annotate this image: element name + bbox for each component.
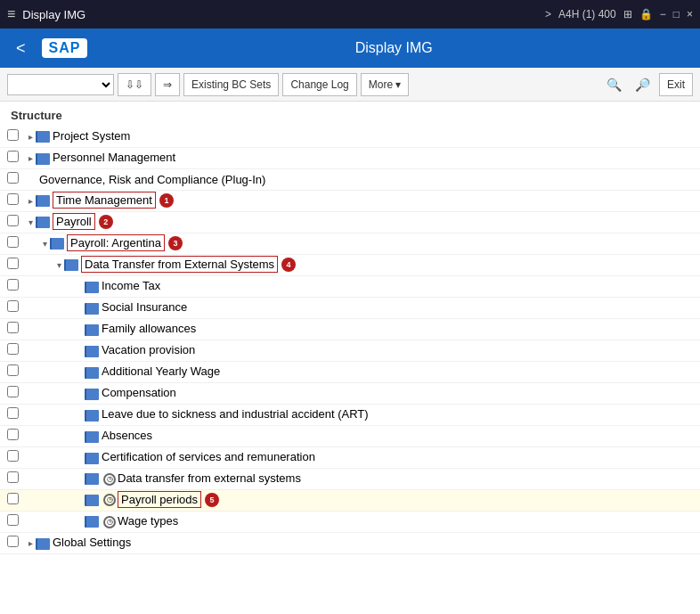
- row-label: Certification of services and remunerati…: [102, 450, 315, 463]
- row-label: Project System: [53, 129, 130, 143]
- toolbar-arrow-btn[interactable]: ⇒: [155, 73, 180, 96]
- title-bar-minimize[interactable]: −: [660, 8, 666, 20]
- book-icon: [36, 217, 50, 228]
- row-checkbox[interactable]: [7, 429, 19, 440]
- tree-row[interactable]: Vacation provision: [0, 340, 700, 361]
- tree-row[interactable]: ◷Wage types: [0, 511, 700, 532]
- row-checkbox[interactable]: [7, 364, 19, 376]
- collapse-icon[interactable]: ▾: [43, 239, 47, 249]
- collapse-icon[interactable]: ▾: [57, 260, 61, 270]
- menu-icon[interactable]: ≡: [7, 6, 15, 22]
- tree-row[interactable]: ◷Payroll periods5: [0, 489, 700, 511]
- tree-row[interactable]: ▸Time Management1: [0, 190, 700, 211]
- row-text-cell: Certification of services and remunerati…: [25, 446, 700, 468]
- badge-4: 4: [281, 258, 296, 272]
- tree-row[interactable]: ▸Personnel Management: [0, 147, 700, 168]
- row-checkbox[interactable]: [7, 343, 19, 355]
- row-checkbox-cell: [0, 254, 25, 275]
- sap-logo: SAP: [42, 38, 88, 58]
- tree-row[interactable]: ▸Project System: [0, 126, 700, 147]
- row-label: Time Management: [53, 192, 156, 209]
- book-icon: [85, 473, 99, 485]
- row-checkbox[interactable]: [7, 258, 19, 269]
- change-log-button[interactable]: Change Log: [282, 73, 356, 96]
- existing-bc-sets-button[interactable]: Existing BC Sets: [183, 73, 279, 96]
- row-checkbox-cell: [0, 532, 25, 553]
- row-label: Family allowances: [102, 322, 196, 335]
- row-checkbox[interactable]: [7, 215, 19, 226]
- title-bar-lock-icon[interactable]: 🔒: [639, 8, 653, 20]
- title-bar-system-info: A4H (1) 400: [558, 8, 616, 20]
- tree-container[interactable]: ▸Project System▸Personnel ManagementGove…: [0, 126, 700, 614]
- search2-button[interactable]: 🔎: [631, 73, 655, 96]
- row-checkbox[interactable]: [7, 493, 19, 504]
- row-checkbox[interactable]: [7, 536, 19, 547]
- row-checkbox-cell: [0, 147, 25, 168]
- tree-row[interactable]: ▾Data Transfer from External Systems4: [0, 254, 700, 275]
- row-text-cell: ▸Project System: [25, 126, 700, 147]
- tree-row[interactable]: Leave due to sickness and industrial acc…: [0, 404, 700, 425]
- title-bar-expand-icon[interactable]: ⊞: [623, 8, 632, 20]
- tree-row[interactable]: ▾Payroll2: [0, 211, 700, 233]
- row-checkbox-cell: [0, 168, 25, 190]
- row-checkbox-cell: [0, 404, 25, 425]
- badge-1: 1: [159, 193, 174, 208]
- title-bar-title: Display IMG: [22, 8, 538, 21]
- tree-row[interactable]: Social Insurance: [0, 297, 700, 318]
- row-checkbox-cell: [0, 511, 25, 532]
- tree-row[interactable]: ▾Payroll: Argentina3: [0, 233, 700, 254]
- search2-icon: 🔎: [635, 78, 650, 92]
- row-checkbox-cell: [0, 468, 25, 489]
- row-checkbox[interactable]: [7, 151, 19, 162]
- row-checkbox[interactable]: [7, 450, 19, 462]
- back-button[interactable]: <: [11, 36, 31, 61]
- expand-icon[interactable]: ▸: [28, 153, 33, 163]
- row-checkbox[interactable]: [7, 471, 19, 483]
- row-label: Leave due to sickness and industrial acc…: [102, 407, 369, 421]
- tree-row[interactable]: Additional Yearly Wage: [0, 361, 700, 382]
- tree-row[interactable]: Income Tax: [0, 275, 700, 297]
- row-checkbox[interactable]: [7, 386, 19, 397]
- tree-row[interactable]: Family allowances: [0, 318, 700, 340]
- row-checkbox-cell: [0, 361, 25, 382]
- row-text-cell: ▸Time Management1: [25, 190, 700, 211]
- more-button[interactable]: More ▾: [361, 73, 409, 96]
- toolbar-expand-all-btn[interactable]: ⇩⇩: [118, 73, 151, 96]
- row-checkbox[interactable]: [7, 322, 19, 333]
- tree-row[interactable]: Governance, Risk and Compliance (Plug-In…: [0, 168, 700, 190]
- row-label: Income Tax: [102, 279, 160, 292]
- expand-icon[interactable]: ▸: [28, 132, 33, 142]
- title-bar: ≡ Display IMG > A4H (1) 400 ⊞ 🔒 − □ ×: [0, 0, 700, 29]
- collapse-icon[interactable]: ▾: [28, 217, 33, 227]
- row-checkbox-cell: [0, 425, 25, 446]
- row-checkbox-cell: [0, 190, 25, 211]
- expand-icon[interactable]: ▸: [28, 196, 33, 206]
- title-bar-restore[interactable]: □: [673, 8, 680, 20]
- row-checkbox[interactable]: [7, 236, 19, 248]
- toolbar-select[interactable]: [7, 74, 114, 95]
- search-button[interactable]: 🔍: [602, 73, 627, 96]
- row-text-cell: Leave due to sickness and industrial acc…: [25, 404, 700, 425]
- exit-button[interactable]: Exit: [659, 73, 693, 96]
- title-bar-close[interactable]: ×: [687, 8, 693, 20]
- row-checkbox[interactable]: [7, 279, 19, 291]
- tree-row[interactable]: Certification of services and remunerati…: [0, 446, 700, 468]
- tree-row[interactable]: ◷Data transfer from external systems: [0, 468, 700, 489]
- row-checkbox[interactable]: [7, 407, 19, 419]
- expand-icon[interactable]: ▸: [28, 538, 33, 548]
- row-checkbox[interactable]: [7, 129, 19, 141]
- book-icon: [85, 389, 99, 400]
- row-checkbox[interactable]: [7, 193, 19, 205]
- row-text-cell: Absences: [25, 425, 700, 446]
- row-text-cell: ◷Payroll periods5: [25, 489, 700, 511]
- row-checkbox[interactable]: [7, 514, 19, 526]
- existing-bc-sets-label: Existing BC Sets: [191, 78, 271, 91]
- row-text-cell: ▸Global Settings: [25, 532, 700, 553]
- tree-row[interactable]: Absences: [0, 425, 700, 446]
- row-checkbox-cell: [0, 382, 25, 404]
- row-checkbox[interactable]: [7, 300, 19, 312]
- tree-row[interactable]: ▸Global Settings: [0, 532, 700, 553]
- tree-row[interactable]: Compensation: [0, 382, 700, 404]
- book-icon: [85, 346, 99, 357]
- row-checkbox[interactable]: [7, 172, 19, 184]
